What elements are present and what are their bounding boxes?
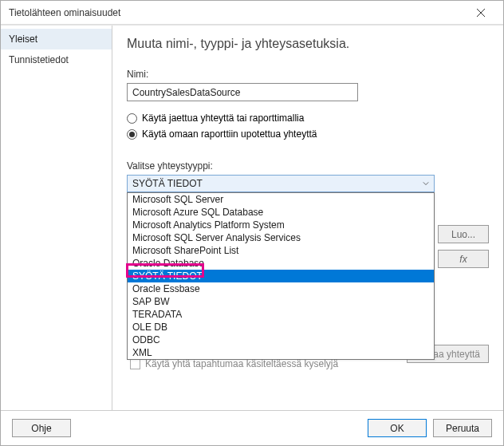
close-icon: [477, 9, 485, 17]
option-sapbw[interactable]: SAP BW: [128, 295, 434, 308]
option-ssas[interactable]: Microsoft SQL Server Analysis Services: [128, 231, 434, 244]
title-bar: Tietolähteen ominaisuudet: [1, 1, 503, 25]
name-input[interactable]: [127, 83, 358, 101]
window-title: Tietolähteen ominaisuudet: [9, 7, 465, 18]
option-azure-sql[interactable]: Microsoft Azure SQL Database: [128, 206, 434, 219]
option-enter-data[interactable]: SYÖTÄ TIEDOT: [128, 270, 434, 282]
combo-selected-text: SYÖTÄ TIEDOT: [132, 178, 203, 189]
ok-button[interactable]: OK: [368, 419, 427, 437]
radio-embedded-label: Käytä omaan raporttiin upotettua yhteytt…: [142, 128, 317, 140]
radio-shared-label: Käytä jaettua yhteyttä tai raporttimalli…: [142, 112, 304, 124]
option-oledb[interactable]: OLE DB: [128, 321, 434, 334]
cancel-button[interactable]: Peruuta: [433, 419, 492, 437]
connection-type-combobox[interactable]: SYÖTÄ TIEDOT: [127, 175, 435, 192]
main-panel: Muuta nimi-, tyyppi- ja yhteysasetuksia.…: [112, 26, 503, 410]
build-button[interactable]: Luo...: [438, 225, 489, 243]
option-teradata[interactable]: TERADATA: [128, 308, 434, 321]
radio-shared-connection[interactable]: Käytä jaettua yhteyttä tai raporttimalli…: [127, 112, 489, 124]
single-transaction-label: Käytä yhtä tapahtumaa käsiteltäessä kyse…: [145, 358, 338, 369]
option-aps[interactable]: Microsoft Analytics Platform System: [128, 219, 434, 231]
option-oracle-db[interactable]: Oracle Database: [128, 257, 434, 270]
option-oracle-essbase[interactable]: Oracle Essbase: [128, 282, 434, 295]
checkbox-icon: [130, 359, 140, 369]
connection-type-label: Valitse yhteystyyppi:: [127, 160, 489, 172]
tab-general[interactable]: Yleiset: [1, 29, 112, 49]
radio-icon: [127, 129, 137, 140]
option-xml[interactable]: XML: [128, 346, 434, 359]
option-odbc[interactable]: ODBC: [128, 334, 434, 346]
connection-type-listbox[interactable]: Microsoft SQL Server Microsoft Azure SQL…: [127, 192, 435, 360]
page-heading: Muuta nimi-, tyyppi- ja yhteysasetuksia.: [127, 37, 489, 51]
tab-credentials[interactable]: Tunnistetiedot: [1, 49, 112, 70]
close-button[interactable]: [465, 2, 497, 24]
chevron-down-icon: [423, 178, 429, 189]
radio-embedded-connection[interactable]: Käytä omaan raporttiin upotettua yhteytt…: [127, 128, 489, 140]
dialog-footer: Ohje OK Peruuta: [1, 410, 503, 445]
help-button[interactable]: Ohje: [12, 419, 71, 437]
dialog-body: Yleiset Tunnistetiedot Muuta nimi-, tyyp…: [1, 25, 503, 410]
name-label: Nimi:: [127, 69, 489, 80]
option-sharepoint[interactable]: Microsoft SharePoint List: [128, 244, 434, 257]
radio-icon: [127, 113, 137, 124]
fx-button[interactable]: fx: [438, 250, 489, 268]
option-mssql[interactable]: Microsoft SQL Server: [128, 193, 434, 206]
sidebar: Yleiset Tunnistetiedot: [1, 26, 112, 410]
dialog-window: Tietolähteen ominaisuudet Yleiset Tunnis…: [0, 0, 504, 446]
